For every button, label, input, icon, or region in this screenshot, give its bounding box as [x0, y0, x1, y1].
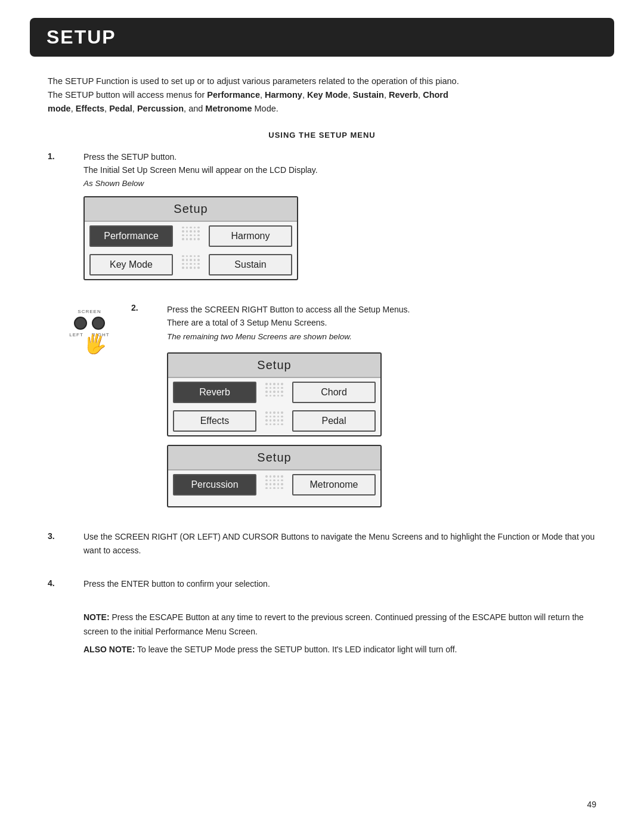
- step-1-line1: Press the SETUP button.: [83, 152, 177, 162]
- intro-bold-percussion: Percussion: [137, 104, 184, 113]
- lcd-3-spacer1: [260, 474, 289, 496]
- comma6: ,: [71, 104, 76, 113]
- comma4: ,: [384, 90, 389, 100]
- intro-text-1: The SETUP Function is used to set up or …: [48, 76, 459, 86]
- step-1-line2: The Initial Set Up Screen Menu will appe…: [83, 165, 318, 175]
- lcd-1-btn-harmony: Harmony: [209, 225, 292, 247]
- also-note-text: To leave the SETUP Mode press the SETUP …: [135, 645, 457, 654]
- intro-bold-performance: Performance: [207, 90, 260, 100]
- lcd-3-btn-percussion: Percussion: [173, 474, 256, 496]
- left-label: LEFT: [69, 332, 83, 337]
- step-3-number: 3.: [48, 530, 83, 541]
- comma9: , and: [184, 104, 205, 113]
- also-note-paragraph: ALSO NOTE: To leave the SETUP Mode press…: [83, 643, 596, 657]
- comma3: ,: [348, 90, 352, 100]
- intro-text-2a: The SETUP button will access menus for: [48, 90, 207, 100]
- intro-bold-sustain: Sustain: [353, 90, 384, 100]
- lcd-1-title: Setup: [85, 197, 297, 222]
- note-text: Press the ESCAPE Button at any time to r…: [83, 612, 584, 636]
- step-2-line2: There are a total of 3 Setup Menu Screen…: [167, 318, 327, 327]
- button-illustration: SCREEN LEFT RIGHT 🖐: [69, 309, 109, 355]
- step-4-text: Press the ENTER button to confirm your s…: [83, 577, 596, 590]
- step-2-line1: Press the SCREEN RIGHT Button to access …: [167, 305, 410, 314]
- page-title: SETUP: [47, 26, 597, 48]
- step-3-text: Use the SCREEN RIGHT (OR LEFT) AND CURSO…: [83, 530, 596, 557]
- intro-bold-reverb: Reverb: [389, 90, 418, 100]
- hand-icon: 🖐: [82, 331, 109, 357]
- lcd-2-row2: Effects Pedal: [168, 407, 380, 435]
- step-4: 4. Press the ENTER button to confirm you…: [48, 577, 596, 594]
- lcd-2-btn-reverb: Reverb: [173, 382, 256, 403]
- page-header: SETUP: [30, 18, 614, 57]
- lcd-2-spacer2: [260, 410, 289, 432]
- lcd-2-row1: Reverb Chord: [168, 378, 380, 407]
- lcd-2-btn-effects: Effects: [173, 410, 256, 432]
- step-4-content: Press the ENTER button to confirm your s…: [83, 577, 596, 594]
- note-label: NOTE:: [83, 612, 110, 622]
- intro-paragraph: The SETUP Function is used to set up or …: [48, 75, 596, 116]
- lcd-1-btn-performance: Performance: [89, 225, 173, 247]
- step-4-number: 4.: [48, 577, 83, 588]
- screen-label: SCREEN: [78, 309, 101, 314]
- button-group: [74, 317, 105, 330]
- comma8: ,: [132, 104, 137, 113]
- lcd-1-row2: Key Mode Sustain: [85, 250, 297, 279]
- step-2-row: SCREEN LEFT RIGHT 🖐 2. Press the SCREEN …: [48, 303, 596, 513]
- lcd-3-title: Setup: [168, 446, 380, 470]
- lcd-3-btn-metronome: Metronome: [292, 474, 376, 496]
- step-2-header: 2. Press the SCREEN RIGHT Button to acce…: [131, 303, 596, 346]
- lcd-2-btn-pedal: Pedal: [292, 410, 376, 432]
- lcd-2-btn-chord: Chord: [292, 382, 376, 403]
- lcd-1-btn-keymode: Key Mode: [89, 254, 173, 275]
- step-3-content: Use the SCREEN RIGHT (OR LEFT) AND CURSO…: [83, 530, 596, 561]
- step-2-italic: The remaining two Menu Screens are shown…: [167, 332, 352, 341]
- lcd-2-spacer1: [260, 382, 289, 403]
- section-heading: USING THE SETUP MENU: [48, 131, 596, 140]
- step-1-text1: Press the SETUP button. The Initial Set …: [83, 150, 596, 190]
- lcd-screen-1: Setup Performance Harmony Key Mode: [83, 196, 298, 280]
- button-illustration-area: SCREEN LEFT RIGHT 🖐: [48, 303, 131, 513]
- left-button: [74, 317, 87, 330]
- right-button: [92, 317, 105, 330]
- intro-bold-harmony: Harmony: [265, 90, 302, 100]
- page-number: 49: [587, 800, 596, 809]
- step-2-number: 2.: [131, 303, 167, 312]
- intro-bold-effects: Effects: [76, 104, 104, 113]
- step-1: 1. Press the SETUP button. The Initial S…: [48, 150, 596, 286]
- lcd-2-title: Setup: [168, 354, 380, 378]
- step-3: 3. Use the SCREEN RIGHT (OR LEFT) AND CU…: [48, 530, 596, 561]
- lcd-3-row1: Percussion Metronome: [168, 470, 380, 499]
- intro-text-end: Mode.: [252, 104, 278, 113]
- intro-bold-pedal: Pedal: [109, 104, 132, 113]
- intro-bold-metronome: Metronome: [205, 104, 252, 113]
- comma2: ,: [302, 90, 307, 100]
- step-2-text: Press the SCREEN RIGHT Button to access …: [167, 303, 410, 343]
- main-content: The SETUP Function is used to set up or …: [48, 75, 596, 657]
- lcd-1-spacer1: [177, 225, 205, 247]
- step-1-content: Press the SETUP button. The Initial Set …: [83, 150, 596, 286]
- step-2-texts: Press the SCREEN RIGHT Button to access …: [167, 303, 410, 346]
- notes-section: NOTE: Press the ESCAPE Button at any tim…: [83, 611, 596, 657]
- comma5: ,: [418, 90, 423, 100]
- intro-bold-keymode: Key Mode: [307, 90, 348, 100]
- comma7: ,: [104, 104, 109, 113]
- lcd-1-spacer2: [177, 254, 205, 275]
- also-note-label: ALSO NOTE:: [83, 645, 135, 654]
- lcd-1-row1: Performance Harmony: [85, 222, 297, 250]
- lcd-1-btn-sustain: Sustain: [209, 254, 292, 275]
- step-2-content: 2. Press the SCREEN RIGHT Button to acce…: [131, 303, 596, 513]
- lcd-screen-3: Setup Percussion Metronome: [167, 445, 382, 507]
- lcd-screen-2: Setup Reverb Chord Effects: [167, 352, 382, 436]
- comma1: ,: [260, 90, 265, 100]
- note-paragraph: NOTE: Press the ESCAPE Button at any tim…: [83, 611, 596, 639]
- step-1-number: 1.: [48, 150, 83, 161]
- step-1-italic: As Shown Below: [83, 179, 144, 188]
